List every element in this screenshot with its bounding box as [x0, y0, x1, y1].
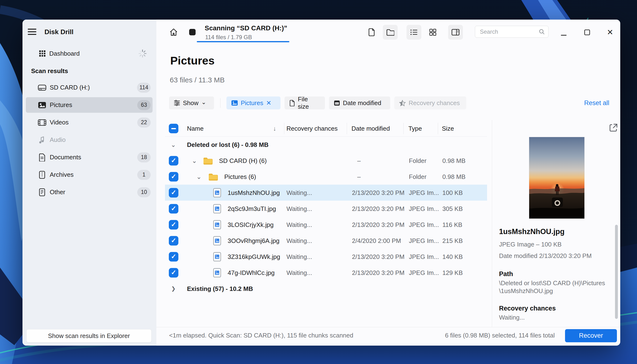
- reset-all-link[interactable]: Reset all: [584, 99, 609, 107]
- folder-icon: [386, 29, 394, 36]
- calendar-icon: [334, 100, 340, 106]
- file-size-filter-chip[interactable]: File size: [284, 96, 325, 110]
- count-badge: 63: [137, 100, 151, 110]
- row-date: 2/13/2020 3:20 PM: [352, 269, 405, 276]
- row-size: 215 KB: [442, 237, 463, 244]
- row-date: –: [357, 173, 361, 180]
- sidebar-item-videos[interactable]: Videos 22: [26, 115, 153, 130]
- table-row-file[interactable]: ✓ 3Z316kpGUWk.jpg Waiting... 2/13/2020 3…: [165, 249, 487, 265]
- preview-fileinfo: JPEG Image – 100 KB: [499, 241, 562, 248]
- row-date: –: [357, 157, 361, 164]
- filter-divider: [220, 98, 220, 108]
- group-label: Deleted or lost (6) - 0.98 MB: [187, 141, 268, 148]
- row-checkbox[interactable]: ✓: [169, 252, 178, 262]
- list-view-button[interactable]: [407, 25, 421, 40]
- date-modified-filter-chip[interactable]: Date modified: [329, 96, 390, 110]
- row-checkbox[interactable]: ✓: [169, 220, 178, 230]
- column-header-date[interactable]: Date modified: [352, 125, 390, 132]
- chip-label: Date modified: [343, 99, 381, 107]
- row-name: 2qSc9Jm3uTI.jpg: [228, 205, 276, 212]
- group-row-existing[interactable]: ❯ Existing (57) - 10.2 MB: [165, 281, 487, 297]
- row-checkbox[interactable]: ✓: [169, 236, 178, 246]
- select-all-checkbox[interactable]: [169, 124, 178, 133]
- sidebar-item-sd-card[interactable]: SD CARD (H:) 114: [26, 80, 153, 95]
- row-type: JPEG Im...: [409, 237, 439, 244]
- star-icon: [399, 100, 406, 106]
- image-file-icon: [213, 236, 221, 246]
- column-header-size[interactable]: Size: [442, 125, 454, 132]
- row-checkbox[interactable]: ✓: [169, 156, 178, 166]
- preview-recovery-label: Recovery chances: [499, 305, 556, 312]
- search-input[interactable]: [479, 28, 535, 35]
- image-icon: [231, 100, 238, 106]
- home-icon[interactable]: [169, 28, 178, 37]
- page-title: Pictures: [170, 54, 214, 67]
- row-date: 2/13/2020 3:20 PM: [352, 221, 405, 228]
- preview-panel-toggle-button[interactable]: [448, 25, 463, 40]
- table-row-file[interactable]: ✓ 47g-IDWhlCc.jpg Waiting... 2/13/2020 3…: [165, 265, 487, 281]
- image-file-icon: [213, 188, 221, 198]
- show-in-explorer-button[interactable]: Show scan results in Explorer: [26, 329, 152, 342]
- sidebar-item-archives[interactable]: Archives 1: [26, 167, 153, 182]
- scan-status-subtitle: 114 files / 1.79 GB: [205, 34, 252, 40]
- folder-view-button[interactable]: [383, 25, 398, 40]
- group-row-deleted[interactable]: ⌄ Deleted or lost (6) - 0.98 MB: [165, 136, 487, 152]
- row-date: 2/4/2020 2:00 PM: [352, 237, 401, 244]
- row-checkbox[interactable]: ✓: [169, 204, 178, 214]
- row-checkbox[interactable]: ✓: [169, 172, 178, 182]
- show-filter-button[interactable]: Show ⌄: [169, 96, 214, 110]
- remove-filter-icon[interactable]: ✕: [266, 99, 271, 107]
- stop-scan-button[interactable]: [189, 29, 196, 35]
- row-recovery: Waiting...: [286, 189, 312, 196]
- dashboard-grid-icon: [39, 50, 46, 56]
- row-checkbox[interactable]: ✓: [169, 268, 178, 278]
- row-name: 3Z316kpGUWk.jpg: [228, 253, 280, 260]
- table-row-file[interactable]: ✓ 1usMshzNhOU.jpg Waiting... 2/13/2020 3…: [165, 185, 487, 201]
- row-size: 140 KB: [442, 253, 463, 260]
- row-date: 2/13/2020 3:20 PM: [352, 253, 405, 260]
- pictures-filter-chip[interactable]: Pictures ✕: [226, 96, 280, 110]
- videos-icon: [37, 118, 47, 127]
- column-header-recovery[interactable]: Recovery chances: [286, 125, 338, 132]
- row-type: Folder: [409, 173, 427, 180]
- table-row-file[interactable]: ✓ 3OOvRhgmj6A.jpg Waiting... 2/4/2020 2:…: [165, 233, 487, 249]
- open-external-icon[interactable]: [609, 123, 618, 132]
- row-checkbox[interactable]: ✓: [169, 188, 178, 198]
- column-header-type[interactable]: Type: [408, 125, 422, 132]
- hamburger-menu-icon[interactable]: [28, 29, 36, 35]
- table-row-file[interactable]: ✓ 3LOSICrjyXk.jpg Waiting... 2/13/2020 3…: [165, 217, 487, 233]
- audio-icon: [37, 135, 47, 145]
- table-row-folder[interactable]: ✓ ⌄ SD CARD (H) (6) – Folder 0.98 MB: [165, 152, 487, 168]
- collapse-folder-icon[interactable]: ⌄: [196, 173, 202, 180]
- maximize-button[interactable]: [584, 30, 590, 35]
- sidebar-item-other[interactable]: Other 10: [26, 184, 153, 200]
- sidebar-item-label: Documents: [50, 154, 81, 161]
- expand-group-icon[interactable]: ❯: [171, 286, 175, 292]
- new-file-view-button[interactable]: [364, 25, 379, 40]
- image-file-icon: [213, 204, 221, 214]
- collapse-folder-icon[interactable]: ⌄: [192, 157, 197, 164]
- image-file-icon: [213, 252, 221, 262]
- preview-scrollbar[interactable]: [615, 225, 618, 319]
- sidebar-item-dashboard[interactable]: Dashboard: [26, 46, 153, 61]
- row-size: 0.98 MB: [442, 157, 466, 164]
- close-button[interactable]: ✕: [607, 28, 613, 37]
- table-row-file[interactable]: ✓ 2qSc9Jm3uTI.jpg Waiting... 2/13/2020 3…: [165, 201, 487, 217]
- recover-button[interactable]: Recover: [565, 329, 617, 342]
- search-box: [475, 26, 548, 38]
- chip-label: File size: [298, 96, 320, 110]
- collapse-group-icon[interactable]: ⌄: [171, 141, 176, 148]
- sort-descending-icon[interactable]: ↓: [273, 125, 276, 132]
- preview-path-label: Path: [499, 270, 513, 278]
- sidebar-item-pictures[interactable]: Pictures 63: [26, 97, 153, 113]
- sidebar-item-documents[interactable]: Documents 18: [26, 150, 153, 165]
- column-header-name[interactable]: Name: [187, 125, 203, 132]
- minimize-button[interactable]: [561, 35, 566, 36]
- table-row-folder[interactable]: ✓ ⌄ Pictures (6) – Folder 0.98 MB: [165, 168, 487, 185]
- row-name: SD CARD (H) (6): [219, 157, 267, 164]
- sidebar-nav: SD CARD (H:) 114 Pictures 63 Videos 22: [26, 80, 153, 202]
- folder-icon: [203, 157, 213, 164]
- grid-view-button[interactable]: [425, 25, 440, 40]
- preview-path-line2: \1usMshzNhOU.jpg: [499, 287, 553, 295]
- scan-status-title: Scanning “SD CARD (H:)”: [205, 24, 287, 32]
